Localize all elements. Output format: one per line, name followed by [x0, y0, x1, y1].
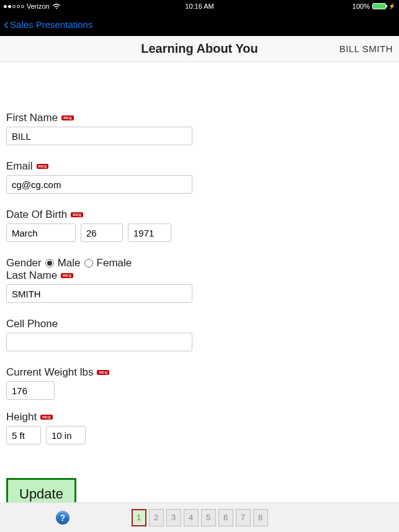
- field-height: Height REQ: [6, 411, 192, 444]
- bottom-bar: ? 1 2 3 4 5 6 7 8: [0, 502, 399, 532]
- page-3[interactable]: 3: [166, 509, 181, 526]
- battery-icon: [372, 3, 386, 9]
- page-title: Learning About You: [141, 42, 258, 56]
- gender-male-label: Male: [58, 257, 81, 269]
- page-7[interactable]: 7: [236, 509, 251, 526]
- height-in-input[interactable]: [46, 426, 86, 444]
- req-badge: REQ: [40, 415, 53, 420]
- title-strip: Learning About You BILL SMITH: [0, 36, 399, 62]
- weight-input[interactable]: [6, 381, 55, 400]
- field-first-name: First Name REQ: [6, 112, 192, 145]
- weight-label: Current Weight lbs: [6, 366, 93, 379]
- req-badge: REQ: [71, 212, 83, 217]
- req-badge: REQ: [61, 115, 74, 120]
- page-5[interactable]: 5: [201, 509, 216, 526]
- email-input[interactable]: [6, 175, 192, 194]
- form: First Name REQ Email REQ Date Of Birth R…: [0, 62, 399, 459]
- gender-female-label: Female: [97, 257, 132, 269]
- field-dob: Date Of Birth REQ: [6, 209, 192, 242]
- dob-label: Date Of Birth: [6, 209, 67, 221]
- gender-female-radio[interactable]: [84, 259, 93, 268]
- first-name-input[interactable]: [6, 127, 192, 145]
- dob-year-input[interactable]: [128, 223, 171, 242]
- page-4[interactable]: 4: [184, 509, 199, 526]
- last-name-input[interactable]: [6, 284, 192, 303]
- req-badge: REQ: [97, 370, 109, 375]
- gender-label: Gender: [6, 257, 42, 269]
- req-badge: REQ: [61, 273, 73, 278]
- back-label: Sales Presentations: [10, 19, 92, 30]
- gender-male-radio[interactable]: [45, 259, 54, 268]
- user-name: BILL SMITH: [339, 43, 393, 54]
- carrier-label: Verizon: [27, 2, 50, 10]
- cell-label: Cell Phone: [6, 318, 58, 330]
- first-name-label: First Name: [6, 112, 58, 124]
- field-last-name: Last Name REQ: [6, 269, 192, 303]
- status-bar: Verizon 10:16 AM 100% ⚡: [0, 0, 399, 12]
- wifi-icon: [52, 3, 61, 9]
- dob-month-input[interactable]: [6, 223, 76, 242]
- help-icon[interactable]: ?: [56, 511, 69, 525]
- status-left: Verizon: [4, 2, 61, 10]
- height-ft-input[interactable]: [6, 426, 41, 444]
- pager: 1 2 3 4 5 6 7 8: [132, 509, 268, 526]
- dob-day-input[interactable]: [81, 223, 123, 242]
- chevron-left-icon: ‹: [4, 17, 9, 32]
- charging-icon: ⚡: [388, 3, 395, 9]
- nav-bar: ‹ Sales Presentations: [0, 12, 399, 36]
- height-label: Height: [6, 411, 37, 423]
- email-label: Email: [6, 160, 33, 173]
- status-right: 100% ⚡: [352, 2, 395, 10]
- field-weight: Current Weight lbs REQ: [6, 366, 192, 400]
- battery-pct: 100%: [352, 2, 370, 10]
- page-8[interactable]: 8: [253, 509, 268, 526]
- req-badge: REQ: [37, 164, 49, 169]
- signal-icon: [4, 5, 24, 8]
- field-email: Email REQ: [6, 160, 192, 194]
- back-button[interactable]: ‹ Sales Presentations: [4, 17, 92, 32]
- cell-input[interactable]: [6, 333, 192, 351]
- field-gender: Gender Male Female: [6, 257, 192, 269]
- page-6[interactable]: 6: [218, 509, 233, 526]
- clock: 10:16 AM: [185, 2, 213, 10]
- page-2[interactable]: 2: [149, 509, 164, 526]
- page-1[interactable]: 1: [132, 509, 146, 526]
- last-name-label: Last Name: [6, 269, 57, 282]
- field-cell: Cell Phone: [6, 318, 192, 351]
